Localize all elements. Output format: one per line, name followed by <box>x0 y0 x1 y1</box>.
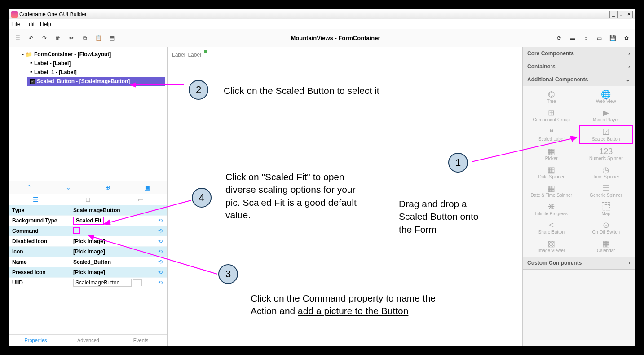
comp-map[interactable]: ⿸Map <box>579 200 633 218</box>
uiid-input[interactable] <box>73 279 132 287</box>
tree-label-1[interactable]: ❝ Label_1 - [Label] <box>27 68 165 77</box>
minimize-button[interactable]: _ <box>609 11 618 18</box>
settings-icon[interactable]: ✿ <box>623 35 630 42</box>
toggle-icon: ⊙ <box>603 221 609 230</box>
titlebar: Codename One GUI Builder _ □ ✕ <box>9 9 635 19</box>
annotation-marker-3: 3 <box>218 264 238 284</box>
check-icon: ☑ <box>602 128 609 137</box>
revert-icon[interactable]: ⟲ <box>154 228 167 234</box>
calendar-icon: ▦ <box>602 239 610 248</box>
annotation-marker-2: 2 <box>189 80 208 100</box>
svg-line-2 <box>472 138 573 162</box>
accordion-custom[interactable]: Custom Components › <box>523 257 635 270</box>
canvas-label-0[interactable]: Label <box>172 52 185 58</box>
list-view-icon[interactable]: ☰ <box>33 196 39 203</box>
monitor-icon[interactable]: ▭ <box>596 35 603 42</box>
annotation-text-2: Click on the Scaled Button to select it <box>224 84 379 97</box>
component-tree: - 📁 FormContainer - [FlowLayout] ❝ Label… <box>9 47 167 181</box>
svg-marker-3 <box>570 136 577 142</box>
annotation-marker-4: 4 <box>192 188 212 208</box>
comp-tree[interactable]: ⌬Tree <box>525 88 578 106</box>
list-icon: ☰ <box>602 184 609 193</box>
comp-share-button[interactable]: <Share Button <box>525 219 578 236</box>
camera-icon[interactable]: ▣ <box>144 184 150 191</box>
collapse-icon[interactable]: - <box>22 51 24 58</box>
annotation-text-4: Click on "Scaled Fit" to open diverse sc… <box>225 171 365 222</box>
map-icon: ⿸ <box>602 202 610 211</box>
menu-edit[interactable]: Edit <box>25 21 35 27</box>
delete-icon[interactable]: 🗑 <box>54 35 62 42</box>
circle-icon[interactable]: ○ <box>582 35 590 42</box>
component-palette: Core Components › Containers › Additiona… <box>522 47 635 346</box>
save-icon[interactable]: 💾 <box>609 35 617 42</box>
numbers-icon: 123 <box>599 147 613 156</box>
chevron-right-icon: › <box>628 50 630 57</box>
folder-icon: 📁 <box>26 51 32 58</box>
copy-icon[interactable]: ⧉ <box>81 35 88 42</box>
redo-icon[interactable]: ↷ <box>41 35 48 42</box>
image-icon: ▧ <box>547 239 555 248</box>
add-icon[interactable]: ⊕ <box>105 184 110 191</box>
comp-web-view[interactable]: 🌐Web View <box>579 88 633 106</box>
close-button[interactable]: ✕ <box>625 11 633 18</box>
uiid-more[interactable]: ... <box>133 279 142 286</box>
tab-properties[interactable]: Properties <box>9 335 62 346</box>
comp-image-viewer[interactable]: ▧Image Viewer <box>525 237 578 255</box>
svg-marker-5 <box>103 220 110 225</box>
comp-calendar[interactable]: ▦Calendar <box>579 237 633 255</box>
accordion-containers[interactable]: Containers › <box>523 60 635 73</box>
menu-file[interactable]: File <box>11 21 20 27</box>
spinner-icon: ❋ <box>548 202 555 211</box>
canvas-label-1[interactable]: Label <box>188 52 201 58</box>
refresh-icon[interactable]: ⟳ <box>556 35 563 42</box>
list-icon[interactable]: ▤ <box>108 35 115 42</box>
tree-label[interactable]: ❝ Label - [Label] <box>27 59 165 68</box>
globe-icon: 🌐 <box>601 90 611 99</box>
tablet-icon[interactable]: ▬ <box>569 35 576 42</box>
comp-infinite-progress[interactable]: ❋Infinite Progress <box>525 200 578 218</box>
selection-marker-icon <box>204 50 207 53</box>
comp-datetime-spinner[interactable]: ▦Date & Time Spinner <box>525 182 578 200</box>
tree-root[interactable]: - 📁 FormContainer - [FlowLayout] <box>19 50 165 59</box>
chevron-right-icon: › <box>628 63 630 70</box>
comp-scaled-button[interactable]: ☑Scaled Button <box>579 125 633 144</box>
cut-icon[interactable]: ✂ <box>68 35 75 42</box>
comp-on-off-switch[interactable]: ⊙On Off Switch <box>579 219 633 236</box>
command-value[interactable] <box>73 227 80 234</box>
revert-icon[interactable]: ⟲ <box>154 280 167 286</box>
comp-component-group[interactable]: ⊞Component Group <box>525 106 578 124</box>
hamburger-icon[interactable]: ☰ <box>14 35 21 42</box>
grid-icon: ⊞ <box>548 108 555 117</box>
menu-help[interactable]: Help <box>40 21 51 27</box>
scaled-fit-value[interactable]: Scaled Fit <box>73 217 104 225</box>
arrow-icon <box>472 135 579 166</box>
label-icon: ❝ <box>30 61 32 66</box>
move-down-icon[interactable]: ⌄ <box>66 184 71 191</box>
annotation-text-1: Drag and drop a Scaled Button onto the F… <box>399 198 493 236</box>
prop-uiid[interactable]: UIID ... ⟲ <box>9 278 167 288</box>
arrow-icon <box>130 82 184 88</box>
comp-time-spinner[interactable]: ◷Time Spinner <box>579 164 633 181</box>
calendar-icon: ▦ <box>547 165 555 174</box>
move-up-icon[interactable]: ⌃ <box>26 184 32 191</box>
grid-view-icon[interactable]: ⊞ <box>85 196 91 203</box>
arrow-icon <box>103 200 193 226</box>
annotation-marker-1: 1 <box>448 153 468 173</box>
check-icon: ✓ <box>30 79 35 84</box>
maximize-button[interactable]: □ <box>617 11 625 18</box>
annotation-text-3: Click on the Command property to name th… <box>251 292 462 318</box>
tab-advanced[interactable]: Advanced <box>62 335 115 346</box>
undo-icon[interactable]: ↶ <box>27 35 35 42</box>
comp-numeric-spinner[interactable]: 123Numeric Spinner <box>579 145 633 163</box>
tree-icon: ⌬ <box>548 90 555 99</box>
share-icon: < <box>549 221 554 230</box>
toolbar: ☰ ↶ ↷ 🗑 ✂ ⧉ 📋 ▤ MountainViews - FormCont… <box>9 29 635 47</box>
paste-icon[interactable]: 📋 <box>95 35 102 42</box>
comp-generic-spinner[interactable]: ☰Generic Spinner <box>579 182 633 200</box>
comp-media-player[interactable]: ▶Media Player <box>579 106 633 124</box>
menubar: File Edit Help <box>9 19 635 29</box>
accordion-core[interactable]: Core Components › <box>523 47 635 60</box>
accordion-additional[interactable]: Additional Components ⌄ <box>523 73 635 86</box>
svg-line-4 <box>108 200 191 223</box>
tab-events[interactable]: Events <box>115 335 167 346</box>
